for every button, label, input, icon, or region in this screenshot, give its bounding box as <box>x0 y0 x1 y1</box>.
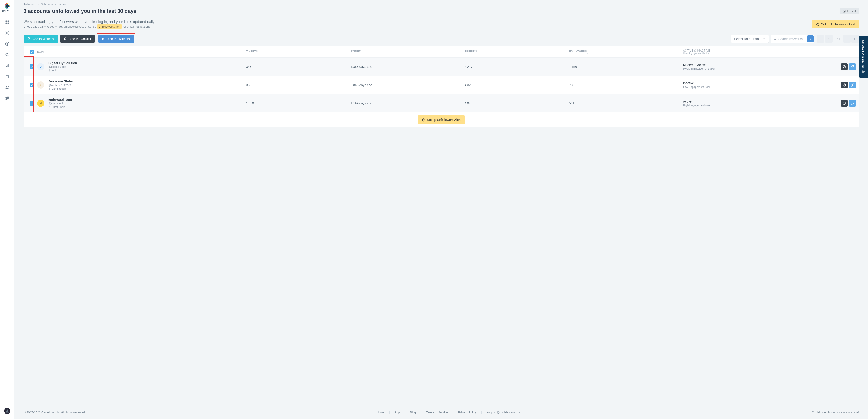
svg-line-17 <box>8 55 8 56</box>
user-location: Surat, India <box>49 105 72 109</box>
twitter-icon <box>5 96 9 100</box>
date-frame-select[interactable]: Select Date Frame <box>731 35 769 43</box>
page-next-button[interactable] <box>843 35 851 43</box>
svg-point-50 <box>49 88 50 89</box>
trash-icon <box>5 74 9 79</box>
cell-joined: 1.383 days ago <box>350 65 465 68</box>
table-header: NAME▲▼ TWEETS▲▼ JOINED▲▼ FRIENDS▲▼ FOLLO… <box>24 46 859 57</box>
svg-point-25 <box>6 409 8 411</box>
setup-alert-button-top[interactable]: Set up Unfollowers Alert <box>812 20 859 29</box>
visit-row-button[interactable] <box>849 82 856 88</box>
svg-point-56 <box>422 119 425 121</box>
svg-point-16 <box>6 53 8 55</box>
add-whitelist-button[interactable]: Add to Whitelist <box>24 35 58 43</box>
svg-line-12 <box>6 33 7 34</box>
stopwatch-icon <box>816 22 819 26</box>
svg-rect-42 <box>820 38 820 40</box>
unfollowers-alert-highlight[interactable]: Unfollowers Alert <box>97 24 122 29</box>
toolbar: Add to Whitelist Add to Blacklist Add to… <box>24 33 859 44</box>
svg-point-15 <box>6 43 8 45</box>
footer-link-blog[interactable]: Blog <box>410 411 421 414</box>
search-icon <box>774 37 777 41</box>
svg-line-32 <box>65 38 67 40</box>
setup-alert-button-bottom[interactable]: Set up Unfollowers Alert <box>418 116 465 124</box>
check-icon <box>31 51 33 53</box>
nav-dashboard[interactable] <box>2 17 12 27</box>
page-first-button[interactable] <box>817 35 825 43</box>
footer-link-app[interactable]: App <box>395 411 405 414</box>
stopwatch-icon <box>422 118 426 122</box>
row-checkbox[interactable] <box>30 83 34 87</box>
svg-rect-2 <box>7 21 9 22</box>
search-submit-button[interactable] <box>807 35 813 42</box>
footer-link-home[interactable]: Home <box>377 411 390 414</box>
nav-circle[interactable] <box>2 39 12 49</box>
link-icon <box>850 101 854 105</box>
sort-icon[interactable]: ▲▼ <box>587 51 589 54</box>
nav-users[interactable] <box>2 82 12 92</box>
svg-point-0 <box>5 4 9 8</box>
sort-icon[interactable]: ▲▼ <box>361 51 363 54</box>
sort-icon[interactable]: ▲▼ <box>258 51 260 54</box>
svg-rect-60 <box>863 71 864 72</box>
main-content: Followers › Who unfollowed me 3 accounts… <box>14 0 868 419</box>
ban-icon <box>842 65 846 68</box>
nav-network[interactable] <box>2 28 12 38</box>
svg-rect-19 <box>7 65 7 67</box>
visit-row-button[interactable] <box>849 63 856 70</box>
blacklist-row-button[interactable] <box>841 100 848 107</box>
svg-rect-46 <box>856 38 856 40</box>
target-icon <box>5 41 9 46</box>
cell-followers: 541 <box>569 101 683 105</box>
page-prev-button[interactable] <box>825 35 833 43</box>
activity-sub: Medium Engagement user <box>683 67 835 70</box>
footer-links: Home App Blog Terms of Service Privacy P… <box>377 411 520 414</box>
filter-options-tab[interactable]: FILTER OPTIONS <box>859 36 868 77</box>
select-all-checkbox[interactable] <box>30 50 34 54</box>
user-name[interactable]: Jeunesse Global <box>49 79 73 83</box>
svg-line-49 <box>843 66 845 68</box>
user-name[interactable]: Digital Fly Solution <box>49 61 77 65</box>
blacklist-row-button[interactable] <box>841 82 848 88</box>
page-last-button[interactable] <box>851 35 859 43</box>
blacklist-row-button[interactable] <box>841 63 848 70</box>
footer-link-tos[interactable]: Terms of Service <box>426 411 453 414</box>
app-logo[interactable]: TWITTER TOOL <box>2 3 12 13</box>
visit-row-button[interactable] <box>849 100 856 107</box>
sort-icon[interactable]: ▲▼ <box>244 51 246 53</box>
breadcrumb-current: Who unfollowed me <box>41 3 67 6</box>
add-blacklist-button[interactable]: Add to Blacklist <box>60 35 95 43</box>
add-twitterlist-button[interactable]: Add to Twitterlist <box>98 35 134 43</box>
first-page-icon <box>819 37 822 40</box>
row-checkbox[interactable] <box>30 64 34 69</box>
page-info: 1/ 1 <box>833 37 843 41</box>
cell-followers: 1.150 <box>569 65 683 68</box>
sort-icon[interactable]: ▲▼ <box>477 51 479 54</box>
results-table: NAME▲▼ TWEETS▲▼ JOINED▲▼ FRIENDS▲▼ FOLLO… <box>24 46 859 127</box>
footer-link-support[interactable]: support@circleboom.com <box>487 411 520 414</box>
check-icon <box>31 84 33 86</box>
export-button[interactable]: Export <box>839 8 859 14</box>
breadcrumb: Followers › Who unfollowed me <box>24 3 859 6</box>
svg-point-47 <box>49 70 50 71</box>
user-location: Bangladesh <box>49 87 73 90</box>
nav-analytics[interactable] <box>2 61 12 70</box>
nav-avatar[interactable] <box>2 406 12 416</box>
nav-search[interactable] <box>2 50 12 60</box>
search-input[interactable] <box>777 35 807 43</box>
activity-status: Active <box>683 100 835 103</box>
bird-logo-icon <box>4 3 11 9</box>
nav-trash[interactable] <box>2 71 12 82</box>
footer-link-privacy[interactable]: Privacy Policy <box>458 411 482 414</box>
network-icon <box>5 31 9 35</box>
breadcrumb-root[interactable]: Followers <box>24 3 36 6</box>
user-name[interactable]: MobyBook.com <box>49 98 72 101</box>
nav-twitter[interactable] <box>2 93 12 103</box>
list-icon <box>102 37 105 41</box>
highlight-box-twitterlist: Add to Twitterlist <box>97 33 135 44</box>
ban-icon <box>842 83 846 87</box>
cell-tweets: 1.559 <box>246 101 350 105</box>
row-checkbox[interactable] <box>30 101 34 105</box>
search-icon <box>5 53 9 57</box>
activity-sub: High Engagement user <box>683 104 835 107</box>
